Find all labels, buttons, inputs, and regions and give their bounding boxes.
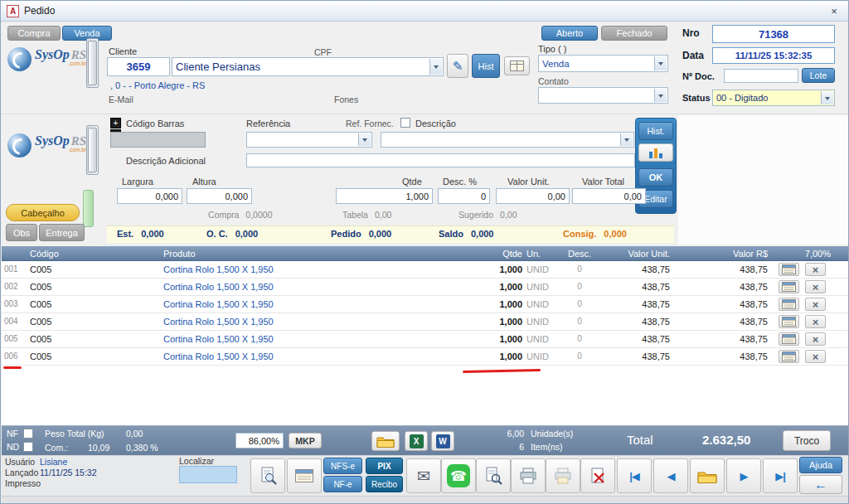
- row-delete-button[interactable]: ×: [805, 332, 826, 346]
- row-un: UNID: [524, 279, 557, 295]
- descricao-combo[interactable]: [381, 132, 634, 148]
- nd-checkbox[interactable]: [23, 442, 33, 452]
- row-detail-button[interactable]: [779, 332, 799, 346]
- last-record-button[interactable]: ▶|: [763, 458, 798, 493]
- altura-field[interactable]: 0,000: [187, 188, 252, 204]
- first-record-button[interactable]: |◀: [617, 458, 652, 493]
- cliente-codigo-field[interactable]: 3659: [107, 57, 170, 76]
- ref-fornec-checkbox[interactable]: [400, 118, 410, 128]
- mkp-field[interactable]: 86,00%: [235, 433, 284, 448]
- header-un[interactable]: Un.: [524, 246, 557, 260]
- row-produto: Cortina Rolo 1,500 X 1,950: [163, 313, 464, 330]
- ok-button[interactable]: OK: [638, 168, 673, 187]
- print-preview-button[interactable]: [250, 458, 285, 493]
- row-delete-button[interactable]: ×: [805, 350, 826, 363]
- consig-pair: Consig.0,000: [563, 229, 627, 239]
- entrega-button[interactable]: Entrega: [39, 224, 85, 241]
- row-delete-button[interactable]: ×: [805, 298, 826, 311]
- logo-suffix: RS: [71, 48, 86, 61]
- header-qtde[interactable]: Qtde: [464, 246, 524, 260]
- table-row[interactable]: 001 C005 Cortina Rolo 1,500 X 1,950 1,00…: [2, 261, 849, 279]
- close-icon[interactable]: ×: [826, 5, 842, 17]
- table-row[interactable]: 003 C005 Cortina Rolo 1,500 X 1,950 1,00…: [2, 296, 849, 313]
- add-item-button[interactable]: +: [110, 118, 121, 128]
- localizar-field[interactable]: [179, 466, 237, 483]
- est-pair: Est.0,000: [117, 229, 164, 239]
- row-detail-button[interactable]: [779, 350, 799, 363]
- header-produto[interactable]: Produto: [163, 246, 464, 260]
- edit-client-button[interactable]: ✎: [447, 54, 468, 78]
- descricao-adicional-field[interactable]: [246, 153, 635, 167]
- excel-export-button[interactable]: X: [405, 431, 428, 451]
- fechado-button[interactable]: Fechado: [601, 26, 667, 41]
- table-row[interactable]: 006 C005 Cortina Rolo 1,500 X 1,950 1,00…: [2, 348, 849, 366]
- lote-button[interactable]: Lote: [802, 68, 835, 83]
- obs-button[interactable]: Obs: [6, 224, 37, 241]
- next-record-button[interactable]: ▶: [726, 458, 761, 493]
- aberto-button[interactable]: Aberto: [541, 26, 598, 41]
- print-button[interactable]: [511, 458, 546, 493]
- ndoc-field[interactable]: [724, 69, 798, 83]
- nfse-button[interactable]: NFS-e: [323, 458, 362, 474]
- mkp-button[interactable]: MKP: [289, 433, 322, 448]
- hist-item-button[interactable]: Hist.: [638, 122, 673, 140]
- cliente-endereco: , 0 - - Porto Alegre - RS: [110, 80, 205, 90]
- header-valor-rs[interactable]: Valor R$: [675, 246, 774, 260]
- folder-button[interactable]: [690, 458, 725, 493]
- row-detail-button[interactable]: [779, 280, 799, 293]
- row-detail-button[interactable]: [779, 298, 799, 311]
- hist-button[interactable]: Hist: [472, 54, 500, 78]
- vertical-slider[interactable]: [86, 125, 99, 175]
- prev-record-button[interactable]: ◀: [653, 458, 688, 493]
- first-record-icon: |◀: [629, 470, 639, 482]
- table-row[interactable]: 005 C005 Cortina Rolo 1,500 X 1,950 1,00…: [2, 331, 849, 348]
- row-delete-button[interactable]: ×: [805, 263, 826, 276]
- whatsapp-button[interactable]: ☎: [441, 458, 476, 493]
- referencia-combo[interactable]: [246, 132, 372, 148]
- card-icon: [782, 334, 796, 344]
- export-button[interactable]: [546, 458, 580, 493]
- header-desc[interactable]: Desc.: [557, 246, 602, 260]
- chart-button[interactable]: [638, 143, 673, 162]
- search-document-button[interactable]: [476, 458, 511, 493]
- row-detail-button[interactable]: [779, 263, 799, 276]
- tipo-combo[interactable]: Venda: [538, 55, 668, 72]
- browse-client-button[interactable]: [504, 56, 530, 75]
- desc-pct-field[interactable]: 0: [438, 188, 490, 204]
- cabecalho-button[interactable]: Cabeçalho: [6, 204, 80, 221]
- row-valor-unit: 438,75: [602, 331, 675, 347]
- nfe-button[interactable]: NF-e: [323, 476, 362, 492]
- table-row[interactable]: 004 C005 Cortina Rolo 1,500 X 1,950 1,00…: [2, 313, 849, 331]
- attachments-folder-button[interactable]: [371, 431, 400, 451]
- barcode-field[interactable]: [110, 132, 206, 148]
- chevron-down-icon: [429, 59, 442, 75]
- recibo-button[interactable]: Recibo: [366, 476, 403, 492]
- records-button[interactable]: [287, 458, 322, 493]
- header-codigo[interactable]: Código: [27, 246, 163, 260]
- qtde-field[interactable]: 1,000: [336, 188, 433, 204]
- email-button[interactable]: ✉: [406, 458, 441, 493]
- header-aliquota: 7,00%: [774, 246, 849, 260]
- status-combo[interactable]: 00 - Digitado: [712, 90, 835, 106]
- chart-icon: [648, 147, 663, 158]
- cancel-document-button[interactable]: [580, 458, 615, 493]
- ajuda-button[interactable]: Ajuda: [799, 457, 842, 473]
- table-row[interactable]: 002 C005 Cortina Rolo 1,500 X 1,950 1,00…: [2, 279, 849, 296]
- valor-total-field[interactable]: 0,00: [572, 188, 646, 204]
- compra-button[interactable]: Compra: [7, 26, 61, 41]
- cliente-nome-combo[interactable]: Cliente Persianas: [172, 57, 444, 76]
- vertical-slider[interactable]: [86, 38, 99, 88]
- back-button[interactable]: ←: [799, 475, 842, 494]
- header-valor-unit[interactable]: Valor Unit.: [602, 246, 675, 260]
- largura-field[interactable]: 0,000: [117, 188, 182, 204]
- row-delete-button[interactable]: ×: [805, 280, 826, 293]
- troco-button[interactable]: Troco: [783, 430, 831, 451]
- logo-name: SysOp: [35, 47, 70, 61]
- valor-unit-field[interactable]: 0,00: [496, 188, 570, 204]
- row-delete-button[interactable]: ×: [805, 315, 826, 328]
- pix-button[interactable]: PIX: [366, 458, 403, 474]
- contato-combo[interactable]: [538, 87, 668, 104]
- row-detail-button[interactable]: [779, 315, 799, 328]
- word-export-button[interactable]: W: [431, 431, 454, 451]
- nf-checkbox[interactable]: [23, 429, 33, 439]
